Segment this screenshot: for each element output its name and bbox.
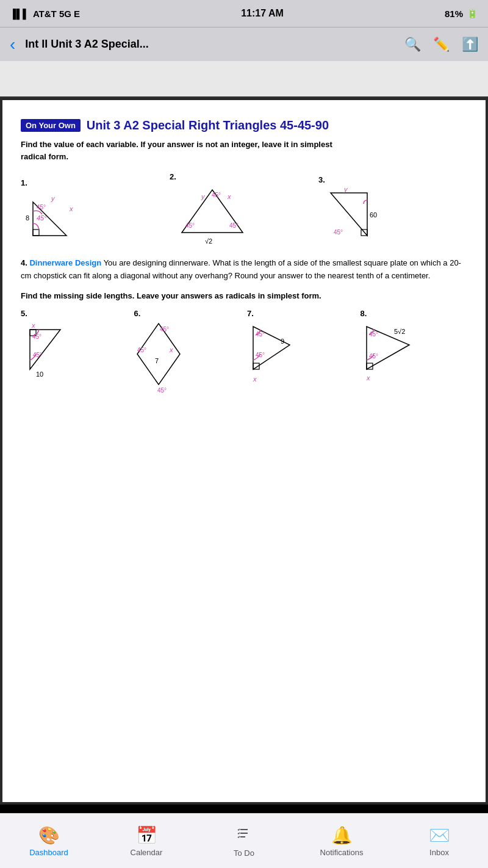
triangle-6: 45° 45° x 45° 7 <box>134 320 201 394</box>
svg-text:45°: 45° <box>37 214 47 222</box>
problem-2: 2. y 45° x √2 45° 45° <box>170 172 318 245</box>
back-button[interactable]: ‹ <box>10 36 15 53</box>
svg-text:45°: 45° <box>137 347 146 353</box>
nav-item-inbox[interactable]: ✉️ Inbox <box>390 825 488 857</box>
triangle-2: y 45° x √2 45° 45° <box>170 184 255 245</box>
svg-text:x: x <box>366 374 370 382</box>
svg-text:10: 10 <box>36 371 43 378</box>
notifications-label: Notifications <box>320 848 364 857</box>
svg-text:45°: 45° <box>32 333 41 340</box>
svg-text:8: 8 <box>26 214 29 222</box>
todo-label: To Do <box>234 848 254 858</box>
nav-item-notifications[interactable]: 🔔 Notifications <box>293 825 390 857</box>
problem-1: 1. 45° 45° 8 y x <box>21 178 170 245</box>
triangle-3: 45° 60 y <box>318 187 398 245</box>
nav-item-dashboard[interactable]: 🎨 Dashboard <box>0 825 98 857</box>
battery-label: 81% <box>445 9 463 19</box>
problem-5-number: 5. <box>21 309 27 318</box>
bottom-nav: 🎨 Dashboard 📅 Calendar To Do 🔔 Notificat… <box>0 813 488 868</box>
carrier-label: AT&T 5G E <box>33 9 80 19</box>
nav-bar: ‹ Int II Unit 3 A2 Special... 🔍 ✏️ ⬆️ <box>0 27 488 61</box>
svg-text:x: x <box>31 322 35 329</box>
svg-text:45°: 45° <box>229 222 239 229</box>
on-your-own-badge: On Your Own <box>21 119 81 132</box>
svg-text:9: 9 <box>281 338 284 345</box>
todo-icon <box>235 825 253 846</box>
svg-text:x: x <box>69 205 73 212</box>
svg-marker-25 <box>137 324 180 385</box>
svg-text:45°: 45° <box>212 192 221 198</box>
svg-text:x: x <box>169 346 173 353</box>
problem-5: 5. x 45° 45° 10 <box>21 309 128 382</box>
svg-text:y: y <box>201 193 206 200</box>
inbox-icon: ✉️ <box>429 825 450 845</box>
status-left: ▐▌▌ AT&T 5G E <box>10 9 80 19</box>
problem-8: 8. 45° 5√2 45° x <box>361 309 468 382</box>
triangle-5: x 45° 45° 10 <box>21 320 88 382</box>
svg-text:45°: 45° <box>185 222 195 229</box>
problem-4-number: 4. <box>21 258 29 267</box>
dashboard-icon: 🎨 <box>38 825 60 845</box>
svg-text:y: y <box>343 186 348 193</box>
svg-text:45°: 45° <box>37 204 46 211</box>
svg-text:45°: 45° <box>160 326 169 333</box>
problem-6: 6. 45° 45° x 45° 7 <box>134 309 242 394</box>
problem-7-number: 7. <box>247 309 254 318</box>
problem-3: 3. 45° 60 y <box>318 175 467 245</box>
svg-text:60: 60 <box>370 211 377 219</box>
dashboard-label: Dashboard <box>29 848 68 857</box>
problems-bottom-row: 5. x 45° 45° 10 6. <box>21 309 467 394</box>
svg-text:5√2: 5√2 <box>394 328 405 335</box>
nav-item-calendar[interactable]: 📅 Calendar <box>98 825 195 857</box>
edit-icon[interactable]: ✏️ <box>433 37 450 52</box>
calendar-icon: 📅 <box>136 825 157 845</box>
instructions: Find the value of each variable. If your… <box>21 139 467 162</box>
triangle-8: 45° 5√2 45° x <box>361 320 440 382</box>
content-page: On Your Own Unit 3 A2 Special Right Tria… <box>2 100 486 802</box>
calendar-label: Calendar <box>131 848 163 857</box>
problem-8-number: 8. <box>361 309 367 318</box>
svg-text:y: y <box>51 195 56 202</box>
svg-text:x: x <box>253 375 257 383</box>
nav-icons: 🔍 ✏️ ⬆️ <box>404 37 478 52</box>
nav-title: Int II Unit 3 A2 Special... <box>25 38 395 51</box>
inbox-label: Inbox <box>429 848 449 857</box>
status-bar: ▐▌▌ AT&T 5G E 11:17 AM 81% 🔋 <box>0 0 488 27</box>
problem-7: 7. 45° 9 45° x <box>247 309 354 382</box>
nav-item-todo[interactable]: To Do <box>195 825 293 858</box>
svg-text:7: 7 <box>155 357 159 364</box>
find-missing-label: Find the missing side lengths. Leave you… <box>21 291 467 300</box>
search-icon[interactable]: 🔍 <box>404 37 421 52</box>
triangle-7: 45° 9 45° x <box>247 320 314 382</box>
content-wrapper: On Your Own Unit 3 A2 Special Right Tria… <box>0 98 488 805</box>
dinnerware-label: Dinnerware Design <box>29 258 101 267</box>
problem-4: 4. Dinnerware Design You are designing d… <box>21 257 467 283</box>
problem-6-number: 6. <box>134 309 141 318</box>
problem-1-number: 1. <box>21 178 170 187</box>
svg-text:45°: 45° <box>334 229 343 236</box>
svg-text:45°: 45° <box>157 387 167 394</box>
bell-icon: 🔔 <box>331 825 353 845</box>
share-icon[interactable]: ⬆️ <box>462 37 478 52</box>
badge-row: On Your Own Unit 3 A2 Special Right Tria… <box>21 118 467 132</box>
time-label: 11:17 AM <box>241 8 284 19</box>
worksheet-title: Unit 3 A2 Special Right Triangles 45-45-… <box>87 118 329 132</box>
svg-text:x: x <box>227 193 231 200</box>
svg-text:√2: √2 <box>205 237 212 245</box>
battery-icon: 🔋 <box>467 8 478 19</box>
problems-top-row: 1. 45° 45° 8 y x <box>21 172 467 245</box>
status-right: 81% 🔋 <box>445 8 478 19</box>
problem-3-number: 3. <box>318 175 467 184</box>
triangle-1: 45° 45° 8 y x <box>21 190 94 245</box>
signal-icon: ▐▌▌ <box>10 9 29 19</box>
problem-2-number: 2. <box>170 172 318 181</box>
ad-banner <box>0 61 488 98</box>
svg-rect-1 <box>33 230 39 236</box>
